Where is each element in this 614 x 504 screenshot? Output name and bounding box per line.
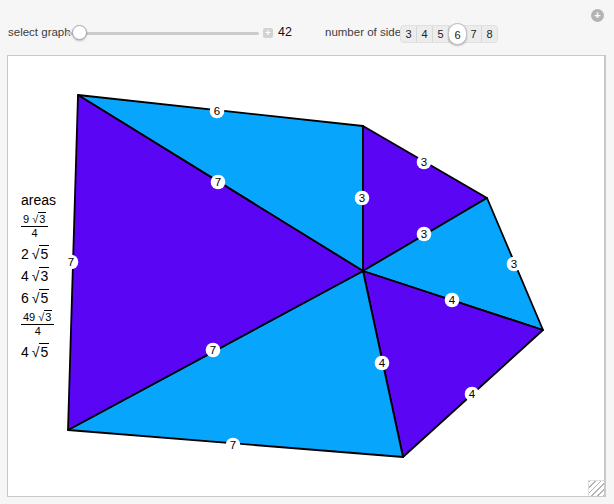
- edge-label: 4: [465, 387, 480, 402]
- edge-label: 3: [355, 191, 370, 206]
- svg-text:4: 4: [469, 388, 476, 400]
- svg-text:4: 4: [379, 357, 386, 369]
- svg-text:3: 3: [511, 258, 517, 270]
- edge-label: 7: [226, 438, 241, 453]
- polygon-figure: 677773333444: [8, 56, 604, 496]
- sides-button-8[interactable]: 8: [482, 26, 497, 42]
- sides-button-6[interactable]: 6: [448, 23, 467, 45]
- slider-thumb[interactable]: [72, 25, 87, 40]
- sides-button-5[interactable]: 5: [433, 26, 449, 42]
- area-value: 6√5: [21, 289, 83, 307]
- svg-text:6: 6: [214, 105, 220, 117]
- slider-expand-icon[interactable]: +: [263, 28, 273, 38]
- svg-text:7: 7: [210, 344, 216, 356]
- sides-button-3[interactable]: 3: [401, 26, 417, 42]
- resize-handle[interactable]: [588, 480, 604, 496]
- edge-label: 4: [445, 293, 460, 308]
- svg-text:4: 4: [449, 294, 456, 306]
- svg-text:3: 3: [421, 228, 427, 240]
- edge-label: 3: [507, 257, 522, 272]
- sides-button-4[interactable]: 4: [417, 26, 433, 42]
- svg-text:3: 3: [421, 156, 427, 168]
- area-value: 49√34: [21, 311, 83, 339]
- areas-title: areas: [21, 192, 83, 208]
- area-value: 4√5: [21, 343, 83, 361]
- svg-text:7: 7: [215, 176, 221, 188]
- svg-text:7: 7: [230, 439, 236, 451]
- number-of-sides-label: number of sides: [325, 26, 407, 38]
- area-value: 9√34: [21, 213, 83, 241]
- svg-text:3: 3: [359, 192, 365, 204]
- edge-label: 7: [206, 343, 221, 358]
- manipulate-plus-icon[interactable]: +: [591, 9, 604, 22]
- edge-label: 7: [211, 175, 226, 190]
- select-graph-slider[interactable]: [66, 32, 259, 35]
- edge-label: 3: [417, 155, 432, 170]
- edge-label: 3: [417, 227, 432, 242]
- area-value: 2√5: [21, 245, 83, 263]
- edge-label: 6: [210, 104, 225, 119]
- edge-label: 4: [375, 356, 390, 371]
- area-value: 4√3: [21, 267, 83, 285]
- select-graph-label: select graph: [8, 26, 71, 38]
- areas-list: areas 9√342√54√36√549√344√5: [21, 192, 83, 365]
- graphics-panel: 677773333444 areas 9√342√54√36√549√344√5: [7, 55, 606, 497]
- select-graph-value: 42: [278, 25, 292, 39]
- number-of-sides-setter: 345678: [400, 25, 498, 43]
- sides-button-7[interactable]: 7: [466, 26, 482, 42]
